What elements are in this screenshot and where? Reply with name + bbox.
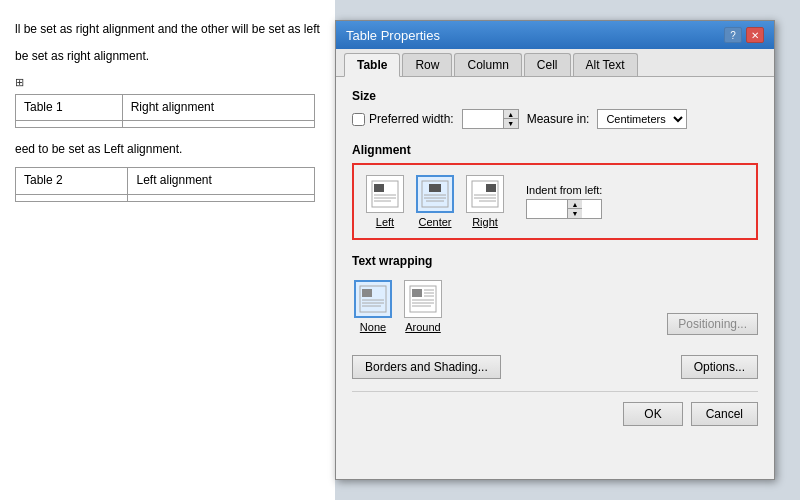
doc-table1: Table 1 Right alignment — [15, 94, 315, 128]
table1-col1: Table 1 — [16, 94, 123, 120]
table2-row2-col1 — [16, 194, 128, 201]
wrap-none-icon — [354, 280, 392, 318]
wrap-none-label: None — [360, 321, 386, 333]
svg-rect-11 — [486, 184, 496, 192]
table1-anchor: ⊞ — [15, 74, 320, 92]
spin-down-btn[interactable]: ▼ — [504, 119, 518, 128]
ok-button[interactable]: OK — [623, 402, 682, 426]
titlebar-buttons: ? ✕ — [724, 27, 764, 43]
tabs-row: Table Row Column Cell Alt Text — [336, 49, 774, 77]
indent-group: Indent from left: 0 cm ▲ ▼ — [526, 184, 602, 219]
wrap-none-button[interactable]: None — [352, 278, 394, 335]
preferred-width-checkbox[interactable] — [352, 113, 365, 126]
wrap-around-label: Around — [405, 321, 440, 333]
align-left-button[interactable]: Left — [364, 173, 406, 230]
spin-up-btn[interactable]: ▲ — [504, 110, 518, 119]
table2-row2-col2 — [128, 194, 315, 201]
wrap-around-button[interactable]: Around — [402, 278, 444, 335]
doc-text3: eed to be set as Left alignment. — [15, 140, 320, 159]
spinner-arrows: ▲ ▼ — [503, 110, 518, 128]
align-center-icon — [416, 175, 454, 213]
table1-col2: Right alignment — [122, 94, 314, 120]
document-area: ll be set as right alignment and the oth… — [0, 0, 335, 500]
text-wrapping-label: Text wrapping — [352, 254, 758, 268]
text-wrapping-section: Text wrapping — [352, 254, 758, 335]
wrap-around-icon — [404, 280, 442, 318]
size-section-label: Size — [352, 89, 758, 103]
svg-rect-21 — [412, 289, 422, 297]
ok-cancel-row: OK Cancel — [352, 391, 758, 426]
align-group: Left Center — [364, 173, 506, 230]
cancel-button[interactable]: Cancel — [691, 402, 758, 426]
help-button[interactable]: ? — [724, 27, 742, 43]
doc-text2: be set as right alignment. — [15, 47, 320, 66]
align-right-icon — [466, 175, 504, 213]
tab-alt-text[interactable]: Alt Text — [573, 53, 638, 76]
indent-label: Indent from left: — [526, 184, 602, 196]
tab-cell[interactable]: Cell — [524, 53, 571, 76]
close-button[interactable]: ✕ — [746, 27, 764, 43]
dialog-titlebar: Table Properties ? ✕ — [336, 21, 774, 49]
svg-rect-6 — [429, 184, 441, 192]
align-right-button[interactable]: Right — [464, 173, 506, 230]
svg-rect-1 — [374, 184, 384, 192]
alignment-section: Left Center — [352, 163, 758, 240]
table1-row2-col1 — [16, 121, 123, 128]
indent-spinner-arrows: ▲ ▼ — [567, 200, 582, 218]
positioning-button[interactable]: Positioning... — [667, 313, 758, 335]
align-right-label: Right — [472, 216, 498, 228]
wrap-group: None — [352, 278, 444, 335]
measure-in-label: Measure in: — [527, 112, 590, 126]
table2-col2: Left alignment — [128, 168, 315, 194]
dialog-title: Table Properties — [346, 28, 440, 43]
preferred-width-spinner[interactable]: 0 cm ▲ ▼ — [462, 109, 519, 129]
size-row: Preferred width: 0 cm ▲ ▼ Measure in: Ce… — [352, 109, 758, 129]
doc-table2: Table 2 Left alignment — [15, 167, 315, 201]
options-button[interactable]: Options... — [681, 355, 758, 379]
preferred-width-input[interactable]: 0 cm — [463, 110, 503, 128]
align-center-button[interactable]: Center — [414, 173, 456, 230]
table1-row2-col2 — [122, 121, 314, 128]
wrap-row: None — [352, 274, 758, 335]
align-center-label: Center — [418, 216, 451, 228]
align-left-icon — [366, 175, 404, 213]
dialog-body: Size Preferred width: 0 cm ▲ ▼ Measure i… — [336, 77, 774, 438]
align-left-label: Left — [376, 216, 394, 228]
preferred-width-label: Preferred width: — [369, 112, 454, 126]
table-properties-dialog: Table Properties ? ✕ Table Row Column Ce… — [335, 20, 775, 480]
tab-column[interactable]: Column — [454, 53, 521, 76]
alignment-section-label: Alignment — [352, 143, 758, 157]
doc-text1: ll be set as right alignment and the oth… — [15, 20, 320, 39]
indent-spin-up[interactable]: ▲ — [568, 200, 582, 209]
tab-row[interactable]: Row — [402, 53, 452, 76]
borders-shading-button[interactable]: Borders and Shading... — [352, 355, 501, 379]
bottom-buttons-row: Borders and Shading... Options... — [352, 355, 758, 379]
indent-spinner[interactable]: 0 cm ▲ ▼ — [526, 199, 602, 219]
svg-rect-16 — [362, 289, 372, 297]
tab-table[interactable]: Table — [344, 53, 400, 77]
indent-spin-down[interactable]: ▼ — [568, 209, 582, 218]
preferred-width-checkbox-label[interactable]: Preferred width: — [352, 112, 454, 126]
indent-input[interactable]: 0 cm — [527, 200, 567, 218]
table2-col1: Table 2 — [16, 168, 128, 194]
measure-in-select[interactable]: Centimeters — [597, 109, 687, 129]
